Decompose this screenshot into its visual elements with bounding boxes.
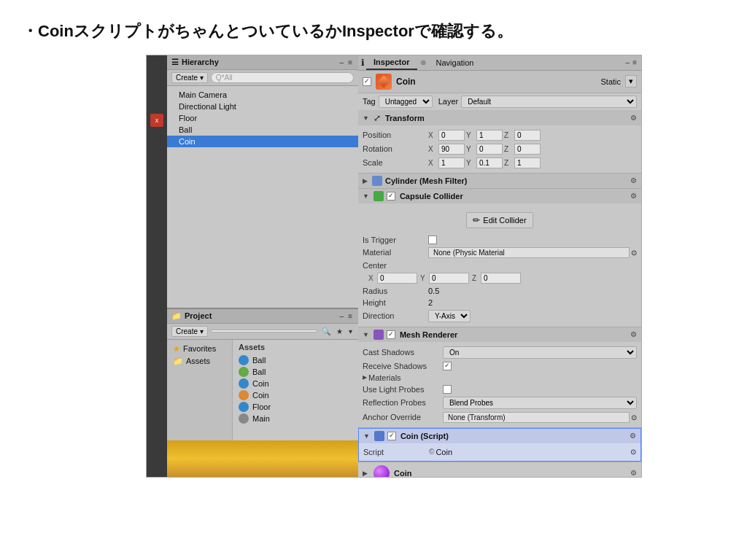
- rot-z-input[interactable]: [514, 144, 541, 155]
- mesh-renderer-icon: [374, 330, 384, 340]
- position-xyz: X Y Z: [428, 130, 541, 141]
- hierarchy-menu-btn[interactable]: ≡: [347, 58, 354, 66]
- rotation-xyz: X Y Z: [428, 144, 541, 155]
- inspector-lock-btn[interactable]: –: [624, 58, 632, 66]
- inspector-content[interactable]: Coin Static ▾ Tag Untagged Layer Default…: [358, 71, 641, 477]
- is-trigger-row: Is Trigger: [363, 234, 637, 246]
- hierarchy-item-main-camera[interactable]: Main Camera: [167, 89, 358, 101]
- project-create-btn[interactable]: Create ▾: [171, 326, 208, 337]
- transform-header[interactable]: ▼ ⤢ Transform ⚙: [358, 111, 641, 125]
- pos-x-input[interactable]: [438, 130, 465, 141]
- capsule-gear-icon[interactable]: ⚙: [630, 192, 637, 200]
- use-light-probes-checkbox[interactable]: [443, 385, 452, 394]
- capsule-collapse-icon: ▼: [363, 192, 369, 200]
- capsule-collider-header[interactable]: ▼ Capsule Collider ⚙: [358, 189, 641, 203]
- scale-y-label: Y: [466, 159, 475, 167]
- tag-dropdown[interactable]: Untagged: [379, 96, 433, 108]
- inspector-tabs: ℹ Inspector ⊗ Navigation – ≡: [358, 55, 641, 71]
- pos-y-input[interactable]: [476, 130, 503, 141]
- edit-collider-button[interactable]: ✏ Edit Collider: [466, 212, 533, 228]
- hierarchy-toolbar: Create ▾ Q*All: [167, 70, 358, 86]
- dark-strip: x: [147, 55, 167, 477]
- anchor-override-value: None (Transform): [443, 412, 630, 423]
- scale-x-label: X: [428, 159, 437, 167]
- project-assets-item[interactable]: 📁 Assets: [167, 355, 232, 368]
- mesh-filter-header[interactable]: ▶ Cylinder (Mesh Filter) ⚙: [358, 174, 641, 188]
- project-panel: 📁 Project – ≡ Create ▾ 🔍 ★ ▾: [167, 309, 358, 477]
- scale-x-input[interactable]: [438, 158, 465, 168]
- center-z-input[interactable]: [481, 273, 521, 284]
- material-gear-icon[interactable]: ⚙: [630, 469, 637, 477]
- hierarchy-list: Main Camera Directional Light Floor Ball…: [167, 86, 358, 308]
- hierarchy-item-floor[interactable]: Floor: [167, 112, 358, 124]
- script-label: Script: [363, 448, 429, 456]
- pos-z-input[interactable]: [514, 130, 541, 141]
- center-row: Center: [363, 260, 637, 271]
- is-trigger-checkbox[interactable]: [428, 236, 437, 244]
- coin-script-header[interactable]: ▼ Coin (Script) ⚙: [359, 429, 640, 443]
- gameobject-active-checkbox[interactable]: [363, 77, 371, 86]
- project-lock-btn[interactable]: –: [338, 312, 346, 320]
- project-menu-btn[interactable]: ≡: [347, 312, 354, 320]
- transform-gear-icon[interactable]: ⚙: [630, 114, 637, 122]
- position-row: Position X Y Z: [363, 128, 637, 142]
- project-filter-icon[interactable]: ▾: [347, 327, 354, 335]
- rot-x-input[interactable]: [438, 144, 465, 155]
- inspector-menu-btn[interactable]: ≡: [631, 58, 638, 66]
- capsule-enabled-checkbox[interactable]: [387, 192, 395, 201]
- hierarchy-item-directional-light[interactable]: Directional Light: [167, 101, 358, 112]
- project-search[interactable]: [211, 330, 317, 332]
- coin-script-title: Coin (Script): [400, 432, 627, 440]
- tab-navigation[interactable]: Navigation: [429, 56, 481, 69]
- reflection-probes-dropdown[interactable]: Blend Probes: [443, 397, 637, 409]
- asset-coin-2[interactable]: Coin: [239, 389, 352, 401]
- direction-label: Direction: [363, 311, 428, 320]
- inspector-panel: ℹ Inspector ⊗ Navigation – ≡ Coin Static…: [358, 55, 641, 477]
- project-favorites-item[interactable]: ★ Favorites: [167, 343, 232, 355]
- static-label: Static: [600, 77, 621, 86]
- static-dropdown-btn[interactable]: ▾: [625, 75, 637, 88]
- receive-shadows-label: Receive Shadows: [363, 362, 443, 370]
- asset-coin-1[interactable]: Coin: [239, 378, 352, 389]
- asset-ball-2[interactable]: Ball: [239, 366, 352, 378]
- hierarchy-lock-btn[interactable]: –: [338, 58, 346, 66]
- receive-shadows-checkbox[interactable]: [443, 362, 452, 370]
- rot-y-input[interactable]: [476, 144, 503, 155]
- mesh-renderer-enabled-checkbox[interactable]: [387, 330, 395, 339]
- scale-z-input[interactable]: [514, 158, 541, 168]
- hierarchy-search[interactable]: Q*All: [211, 72, 354, 83]
- hierarchy-create-btn[interactable]: Create ▾: [171, 72, 208, 83]
- project-search-icon[interactable]: 🔍: [320, 327, 332, 335]
- asset-label-coin-2: Coin: [252, 391, 269, 400]
- collider-material-circle[interactable]: ⊙: [631, 249, 637, 257]
- mesh-filter-gear-icon[interactable]: ⚙: [630, 176, 637, 184]
- project-star-icon[interactable]: ★: [335, 327, 344, 335]
- scale-row: Scale X Y Z: [363, 156, 637, 170]
- asset-floor[interactable]: Floor: [239, 401, 352, 413]
- direction-dropdown[interactable]: Y-Axis: [428, 310, 471, 322]
- center-x-input[interactable]: [377, 273, 417, 284]
- hierarchy-item-ball[interactable]: Ball: [167, 124, 358, 136]
- scale-y-input[interactable]: [476, 158, 503, 168]
- cast-shadows-dropdown[interactable]: On: [443, 346, 637, 359]
- tab-inspector[interactable]: Inspector: [366, 55, 417, 70]
- height-label: Height: [363, 298, 428, 307]
- layer-dropdown[interactable]: Default: [461, 96, 637, 108]
- gameobject-name[interactable]: Coin: [396, 77, 596, 87]
- coin-script-enabled-checkbox[interactable]: [387, 432, 396, 440]
- x-icon: x: [150, 114, 163, 127]
- asset-main[interactable]: Main: [239, 413, 352, 424]
- asset-label-ball-2: Ball: [252, 368, 266, 376]
- mesh-renderer-gear-icon[interactable]: ⚙: [630, 330, 637, 338]
- instruction-text: ・CoinスクリプトがちゃんとついているかInspectorで確認する。: [0, 0, 747, 55]
- hierarchy-item-coin[interactable]: Coin: [167, 136, 358, 147]
- mesh-renderer-header[interactable]: ▼ Mesh Renderer ⚙: [358, 327, 641, 342]
- asset-icon-floor: [239, 402, 249, 412]
- pos-z-label: Z: [504, 131, 513, 139]
- script-circle[interactable]: ⊙: [630, 448, 636, 456]
- coin-script-gear-icon[interactable]: ⚙: [630, 432, 636, 440]
- center-y-input[interactable]: [429, 273, 469, 284]
- anchor-override-circle[interactable]: ⊙: [631, 413, 637, 421]
- project-sidebar: ★ Favorites 📁 Assets: [167, 340, 233, 440]
- asset-ball-1[interactable]: Ball: [239, 354, 352, 366]
